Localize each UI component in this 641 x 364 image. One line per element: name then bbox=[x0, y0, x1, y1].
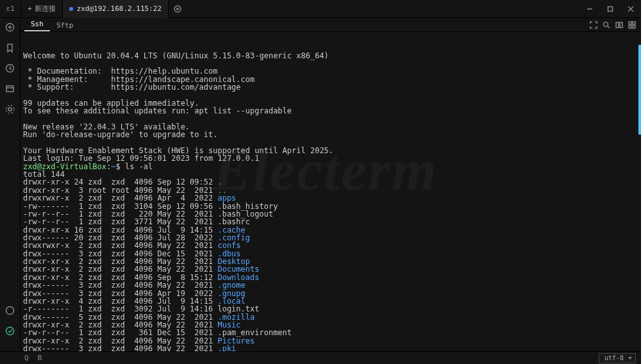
layout-cols-icon[interactable] bbox=[615, 21, 624, 30]
scrollbar-thumb[interactable] bbox=[638, 45, 641, 135]
subtab-ssh[interactable]: Ssh bbox=[24, 18, 50, 31]
svg-rect-20 bbox=[620, 22, 622, 28]
motd-line: * Support: https://ubuntu.com/advantage bbox=[23, 83, 241, 92]
search-icon[interactable] bbox=[603, 21, 612, 30]
app-logo: ε1 bbox=[0, 0, 21, 18]
subtab-sftp[interactable]: Sftp bbox=[50, 19, 80, 31]
minimize-button[interactable] bbox=[579, 0, 600, 18]
motd-line: Run 'do-release-upgrade' to upgrade to i… bbox=[23, 130, 217, 139]
svg-rect-23 bbox=[629, 26, 631, 28]
motd-line: To see these additional updates run: apt… bbox=[23, 106, 292, 115]
status-bar: Q B utf-8 bbox=[0, 351, 641, 364]
prompt-command: ls -al bbox=[125, 162, 153, 171]
svg-point-14 bbox=[6, 105, 13, 113]
motd-line: Welcome to Ubuntu 20.04.4 LTS (GNU/Linux… bbox=[23, 51, 329, 60]
terminal-scrollbar[interactable] bbox=[638, 32, 641, 351]
maximize-button[interactable] bbox=[600, 0, 620, 18]
svg-rect-4 bbox=[608, 6, 613, 11]
fullscreen-icon[interactable] bbox=[590, 21, 599, 30]
history-icon[interactable] bbox=[5, 63, 15, 73]
status-b[interactable]: B bbox=[38, 354, 42, 362]
tab-new-connection[interactable]: + 新连接 bbox=[21, 0, 63, 18]
session-subtabs: Ssh Sftp bbox=[21, 18, 641, 32]
settings-icon[interactable] bbox=[5, 104, 15, 114]
bookmarks-icon[interactable] bbox=[5, 42, 15, 53]
prompt-cwd: ~ bbox=[111, 162, 115, 171]
status-q[interactable]: Q bbox=[24, 354, 29, 362]
activity-bar bbox=[0, 18, 21, 351]
plus-circle-icon bbox=[174, 5, 181, 13]
terminal-output[interactable]: Electerm Welcome to Ubuntu 20.04.4 LTS (… bbox=[21, 32, 641, 351]
svg-point-15 bbox=[6, 306, 14, 314]
maximize-icon bbox=[607, 6, 613, 12]
tab-add-button[interactable] bbox=[169, 0, 187, 18]
ls-listing: drwxr-xr-x 24 zxd zxd 4096 Sep 12 09:52 … bbox=[23, 178, 641, 351]
batch-icon[interactable] bbox=[5, 305, 15, 315]
minimize-icon bbox=[587, 6, 593, 12]
svg-rect-21 bbox=[629, 22, 631, 24]
tab-ssh-session[interactable]: zxd@192.168.2.115:22 bbox=[63, 0, 169, 18]
svg-point-13 bbox=[8, 108, 12, 111]
svg-rect-19 bbox=[616, 22, 619, 28]
close-icon bbox=[628, 6, 634, 12]
plus-icon: + bbox=[28, 4, 32, 13]
layout-grid-icon[interactable] bbox=[628, 21, 637, 30]
svg-line-18 bbox=[608, 26, 610, 28]
encoding-select[interactable]: utf-8 bbox=[599, 353, 636, 363]
svg-point-17 bbox=[604, 22, 608, 27]
main-panel: Ssh Sftp Electerm Welcome to Ubuntu 20.0… bbox=[21, 18, 641, 351]
svg-rect-11 bbox=[6, 86, 13, 92]
close-button[interactable] bbox=[620, 0, 641, 18]
sync-icon[interactable] bbox=[5, 326, 15, 336]
status-dot-icon bbox=[69, 7, 73, 11]
svg-rect-22 bbox=[633, 22, 635, 24]
svg-point-16 bbox=[6, 327, 14, 335]
new-session-icon[interactable] bbox=[5, 22, 15, 32]
svg-rect-24 bbox=[633, 26, 635, 28]
title-bar: ε1 + 新连接 zxd@192.168.2.115:22 bbox=[0, 0, 641, 18]
tab-label: zxd@192.168.2.115:22 bbox=[77, 4, 162, 13]
tab-label: 新连接 bbox=[35, 4, 56, 13]
terminal-list-icon[interactable] bbox=[5, 83, 15, 94]
